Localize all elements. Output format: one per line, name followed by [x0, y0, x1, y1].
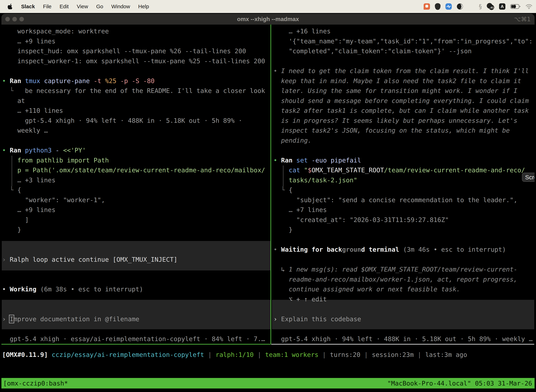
terminal-row	[273, 145, 533, 155]
pulse-app-icon[interactable]	[445, 3, 452, 10]
terminal-row: … +16 lines	[273, 26, 533, 36]
crescent-app-icon[interactable]	[457, 3, 463, 10]
tmux-status-bar[interactable]: [omx-cczip0:bash* "MacBook-Pro-44.local"…	[1, 378, 535, 388]
terminal-row: }	[273, 225, 533, 235]
terminal-content: workspace_mode: worktree … +9 lines insp…	[1, 25, 535, 392]
terminal-row	[273, 255, 533, 265]
tmux-session-label: [omx-cczip0:bash*	[3, 380, 68, 387]
terminal-row	[273, 324, 533, 334]
pane-left-lines: workspace_mode: worktree … +9 lines insp…	[2, 26, 265, 344]
screen-share-overlay-label: Scre	[525, 174, 535, 181]
terminal-row: "worker": "worker-1",	[2, 195, 265, 205]
terminal-row	[2, 265, 265, 275]
terminal-row: "completed","claim_token":"claim-token"}…	[273, 46, 533, 56]
terminal-window: omx --xhigh --madmax ⌥⌘1 workspace_mode:…	[1, 14, 535, 392]
terminal-row	[2, 304, 265, 314]
badge-61-label: ..61	[489, 5, 494, 10]
terminal-row: "subject": "send a concise recommendatio…	[273, 195, 533, 205]
terminal-row: … +9 lines	[2, 36, 265, 46]
terminal-row: inspect_hud: omx sparkshell --tmux-pane …	[2, 46, 265, 56]
terminal-row: … +3 lines	[2, 175, 265, 185]
tmux-host-clock: "MacBook-Pro-44.local" 05:03 31-Mar-26	[387, 380, 532, 387]
terminal-row: └ {	[2, 185, 265, 195]
screenshot-app-icon[interactable]	[424, 3, 430, 10]
window-title: omx --xhigh --madmax	[1, 16, 535, 23]
terminal-row: ⌥ + ↑ edit	[273, 294, 533, 304]
window-shortcut-badge: ⌥⌘1	[514, 16, 535, 23]
terminal-row: p = Path('.omx/state/team/review-current…	[2, 165, 265, 175]
wifi-icon[interactable]	[526, 4, 532, 9]
terminal-row: [OMX#0.11.9] cczip/essay/ai-reimplementa…	[2, 350, 467, 360]
terminal-row	[2, 294, 265, 304]
omx-status-line: [OMX#0.11.9] cczip/essay/ai-reimplementa…	[2, 350, 467, 360]
shield-grid-icon[interactable]	[435, 3, 440, 10]
terminal-row: gpt-5.4 xhigh · 94% left · 488K in · 5.1…	[2, 116, 265, 126]
title-bar: omx --xhigh --madmax ⌥⌘1	[1, 14, 535, 25]
terminal-row: • Waiting for background terminal (3m 46…	[273, 245, 533, 255]
terminal-row	[2, 235, 265, 245]
s-curve-app-icon[interactable]: §	[479, 3, 482, 10]
pane-border-bottom-left	[1, 344, 271, 345]
badge-61-icon[interactable]: ..61	[487, 3, 494, 10]
menu-item-go[interactable]: Go	[96, 4, 103, 9]
terminal-row: later. Using the same for transition mig…	[273, 86, 533, 96]
terminal-row: keep that in mind. Maybe I also need the…	[273, 76, 533, 86]
pane-divider[interactable]	[270, 25, 271, 344]
terminal-row: task2 after task1 is complete, but can I…	[273, 106, 533, 116]
menu-bar: SlackFileEditViewGoWindowHelp § ..61	[0, 0, 536, 13]
terminal-row: inspect_worker-1: omx sparkshell --tmux-…	[2, 56, 265, 66]
terminal-row: └ be necessary for the end of the README…	[2, 86, 265, 96]
menu-item-window[interactable]: Window	[111, 4, 130, 9]
terminal-row	[2, 66, 265, 76]
terminal-row: … +7 lines	[273, 205, 533, 215]
terminal-row	[273, 56, 533, 66]
terminal-row: • I need to get the claim token from the…	[273, 66, 533, 76]
menu-items: SlackFileEditViewGoWindowHelp	[21, 4, 149, 9]
terminal-row: at	[2, 96, 265, 106]
terminal-row: gpt-5.4 xhigh · 94% left · 488K in · 5.1…	[273, 334, 533, 344]
terminal-row: tasks/task-2.json"	[273, 175, 533, 185]
terminal-row: is in progress? It seems likely but perh…	[273, 116, 533, 126]
dots-grid-icon[interactable]	[468, 4, 474, 9]
terminal-row: ]	[2, 215, 265, 225]
terminal-row: weekly …	[2, 126, 265, 135]
terminal-row: • Ran tmux capture-pane -t %25 -p -S -80	[2, 76, 265, 86]
menu-item-edit[interactable]: Edit	[60, 4, 69, 9]
terminal-row: › Explain this codebase	[273, 314, 533, 324]
terminal-row: from pathlib import Path	[2, 155, 265, 165]
terminal-row	[273, 304, 533, 314]
terminal-row: "created_at": "2026-03-31T11:59:27.816Z"	[273, 215, 533, 225]
terminal-row: › Improve documentation in @filename	[2, 314, 265, 324]
terminal-row: '{"team_name":"my-team","task_id":"1","f…	[273, 36, 533, 46]
terminal-row: • Ran set -euo pipefail	[273, 155, 533, 165]
terminal-row: ↳ 1 new msg(s): read $OMX_TEAM_STATE_ROO…	[273, 265, 533, 275]
terminal-row	[273, 235, 533, 245]
terminal-row	[2, 245, 265, 255]
terminal-row: • Ran python3 - <<'PY'	[2, 145, 265, 155]
menu-item-file[interactable]: File	[43, 4, 51, 9]
terminal-row	[2, 275, 265, 285]
terminal-row: continue assigned work or next feasible …	[273, 284, 533, 294]
menu-item-view[interactable]: View	[77, 4, 88, 9]
terminal-row: └ {	[273, 185, 533, 195]
terminal-row: pending.	[273, 135, 533, 146]
terminal-row: inspect task2's JSON, focusing on the st…	[273, 126, 533, 135]
terminal-row: }	[2, 225, 265, 235]
menu-status-icons: § ..61 A	[424, 3, 536, 10]
keyboard-input-icon[interactable]: A	[499, 3, 505, 10]
keyboard-input-label: A	[501, 4, 504, 9]
terminal-row: gpt-5.4 xhigh · essay/ai-reimplementatio…	[2, 334, 265, 344]
terminal-row: … +9 lines	[2, 205, 265, 215]
menu-item-slack[interactable]: Slack	[21, 4, 35, 9]
menu-item-help[interactable]: Help	[138, 4, 149, 9]
terminal-row: … +110 lines	[2, 106, 265, 116]
battery-icon[interactable]	[510, 4, 521, 9]
terminal-row: workspace_mode: worktree	[2, 26, 265, 36]
terminal-row: › Ralph loop active continue [OMX_TMUX_I…	[2, 255, 265, 265]
terminal-row	[2, 135, 265, 146]
pane-border-bottom-right	[271, 344, 534, 345]
screen: SlackFileEditViewGoWindowHelp § ..61	[0, 0, 536, 392]
apple-menu-icon[interactable]	[8, 4, 13, 9]
screen-share-overlay[interactable]: Scre	[522, 173, 535, 182]
terminal-row	[2, 324, 265, 334]
